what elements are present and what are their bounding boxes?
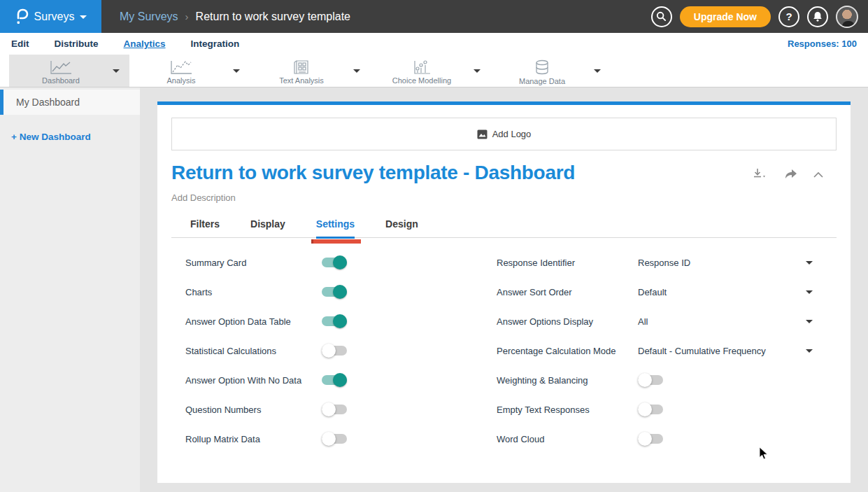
setting-label: Charts (185, 287, 212, 297)
toolbar-item-label: Manage Data (519, 77, 565, 85)
app-menu-surveys[interactable]: Surveys (0, 0, 101, 33)
chevron-up-icon (813, 171, 824, 178)
toggle-question-numbers[interactable] (322, 402, 347, 416)
analytics-toolbar: Dashboard Analysis Text Analysis Choice … (0, 55, 868, 87)
breadcrumb-my-surveys[interactable]: My Surveys (120, 10, 178, 23)
add-logo-label: Add Logo (492, 129, 532, 139)
bell-icon (813, 11, 823, 22)
tab-settings[interactable]: Settings (316, 218, 355, 239)
toolbar-item-analysis[interactable]: Analysis (129, 55, 250, 87)
add-logo-button[interactable]: Add Logo (171, 118, 837, 150)
database-icon (534, 59, 550, 76)
setting-label: Empty Text Responses (497, 405, 590, 415)
toolbar-item-label: Dashboard (42, 76, 80, 85)
collapse-button[interactable] (813, 169, 824, 181)
help-button[interactable]: ? (778, 6, 799, 27)
setting-label: Rollup Matrix Data (185, 434, 260, 444)
dashboard-sidebar: My Dashboard + New Dashboard (0, 87, 140, 492)
page-title[interactable]: Return to work survey template - Dashboa… (171, 162, 575, 184)
setting-label: Question Numbers (185, 405, 261, 415)
chevron-down-icon[interactable] (233, 69, 240, 73)
setting-label: Response Identifier (497, 258, 575, 268)
select-answer-options-display[interactable]: All (638, 316, 813, 327)
setting-label: Summary Card (185, 258, 246, 268)
chevron-down-icon (806, 290, 813, 294)
select-value: Response ID (638, 258, 690, 268)
toggle-answer-option-data-table[interactable] (322, 314, 347, 328)
app-menu-label: Surveys (34, 10, 75, 23)
scatter-chart-icon (409, 59, 434, 75)
toolbar-item-choice-modelling[interactable]: Choice Modelling (370, 55, 490, 87)
download-icon (753, 167, 768, 180)
tab-display[interactable]: Display (250, 218, 285, 237)
settings-tab-bar: Filters Display Settings Design (171, 218, 837, 238)
toolbar-item-label: Text Analysis (279, 76, 324, 85)
questionpro-logo-icon (15, 8, 29, 25)
nav-tab-integration[interactable]: Integration (191, 38, 240, 49)
chevron-down-icon[interactable] (474, 69, 481, 73)
select-answer-sort-order[interactable]: Default (638, 287, 813, 297)
sidebar-item-my-dashboard[interactable]: My Dashboard (0, 90, 140, 115)
toolbar-item-label: Choice Modelling (392, 76, 451, 85)
select-response-identifier[interactable]: Response ID (638, 258, 813, 268)
search-icon (656, 11, 667, 22)
red-highlight-annotation (311, 239, 361, 244)
setting-label: Answer Options Display (497, 316, 593, 327)
top-header: Surveys My Surveys › Return to work surv… (0, 0, 868, 33)
setting-label: Word Cloud (497, 434, 544, 444)
nav-tab-edit[interactable]: Edit (11, 38, 29, 49)
chevron-down-icon (80, 15, 87, 19)
toolbar-item-dashboard[interactable]: Dashboard (9, 55, 129, 87)
image-icon (477, 129, 488, 139)
dashboard-card: Add Logo Return to work survey template … (157, 101, 851, 483)
chevron-down-icon (806, 261, 813, 265)
toggle-rollup-matrix-data[interactable] (322, 432, 347, 446)
tab-settings-label: Settings (316, 218, 355, 230)
toolbar-item-label: Analysis (167, 76, 196, 85)
toggle-empty-text-responses[interactable] (638, 402, 663, 416)
chevron-down-icon (806, 349, 813, 353)
download-button[interactable] (753, 167, 768, 183)
document-grid-icon (292, 59, 311, 75)
toggle-word-cloud[interactable] (638, 432, 663, 446)
nav-tab-analytics[interactable]: Analytics (124, 38, 166, 49)
upgrade-now-button[interactable]: Upgrade Now (680, 6, 771, 27)
survey-nav: Edit Distribute Analytics Integration Re… (0, 33, 868, 55)
toggle-weighting-balancing[interactable] (638, 373, 663, 387)
user-avatar[interactable] (836, 6, 858, 28)
line-chart-icon (48, 59, 73, 75)
notifications-button[interactable] (807, 6, 828, 27)
toggle-charts[interactable] (322, 285, 347, 299)
setting-label: Answer Option With No Data (185, 375, 301, 386)
trend-chart-icon (169, 59, 194, 75)
tab-filters[interactable]: Filters (190, 218, 220, 237)
select-value: All (638, 316, 648, 327)
tab-design[interactable]: Design (385, 218, 418, 237)
responses-count: Responses: 100 (788, 38, 857, 49)
toggle-statistical-calculations[interactable] (322, 344, 347, 358)
nav-tab-distribute[interactable]: Distribute (55, 38, 99, 49)
setting-label: Weighting & Balancing (497, 375, 588, 386)
select-value: Default - Cumulative Frequency (638, 346, 766, 356)
select-percentage-calculation-mode[interactable]: Default - Cumulative Frequency (638, 346, 813, 356)
search-button[interactable] (651, 6, 672, 27)
toolbar-item-manage-data[interactable]: Manage Data (490, 55, 611, 87)
chevron-down-icon[interactable] (113, 69, 120, 73)
share-icon (783, 168, 797, 179)
setting-label: Answer Option Data Table (185, 316, 291, 327)
add-description-field[interactable]: Add Description (171, 192, 837, 203)
breadcrumb-current: Return to work survey template (196, 10, 350, 23)
setting-label: Answer Sort Order (497, 287, 572, 297)
toggle-summary-card[interactable] (322, 255, 347, 269)
chevron-down-icon[interactable] (594, 69, 601, 73)
breadcrumb-separator: › (185, 10, 189, 22)
chevron-down-icon (806, 320, 813, 323)
share-button[interactable] (783, 168, 797, 182)
select-value: Default (638, 287, 667, 297)
toggle-answer-option-with-no-data[interactable] (322, 373, 347, 387)
new-dashboard-button[interactable]: + New Dashboard (11, 132, 91, 142)
chevron-down-icon[interactable] (353, 69, 360, 73)
toolbar-item-text-analysis[interactable]: Text Analysis (250, 55, 370, 87)
breadcrumb: My Surveys › Return to work survey templ… (120, 10, 350, 23)
question-mark-icon: ? (785, 10, 792, 22)
